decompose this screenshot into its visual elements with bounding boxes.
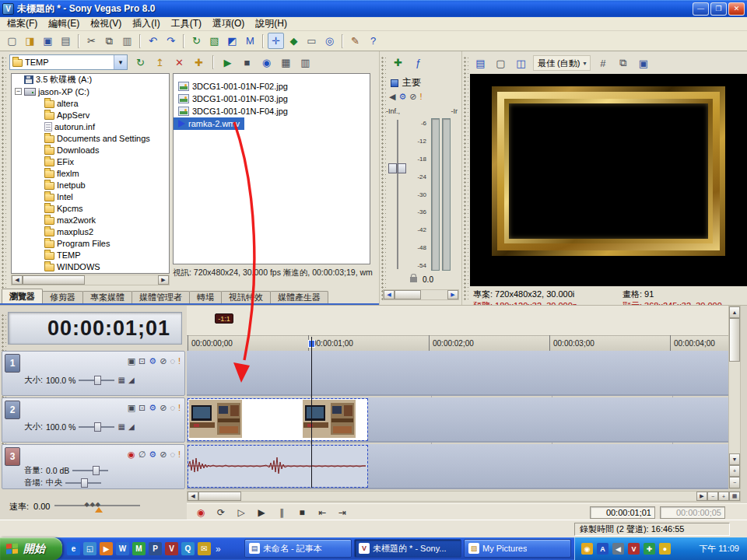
volume-slider[interactable] xyxy=(72,466,108,475)
track-level-slider[interactable] xyxy=(79,422,114,432)
scroll-right-icon[interactable]: ▶ xyxy=(696,492,707,501)
delete-icon[interactable]: ✕ xyxy=(171,54,188,71)
play-from-start-button[interactable]: ▷ xyxy=(232,506,251,520)
taskbar-clock[interactable]: 下午 11:09 xyxy=(699,543,747,555)
transport-time-current[interactable]: 00:00:01;01 xyxy=(590,506,655,519)
dock-tab[interactable]: 媒體產生器 xyxy=(270,291,328,303)
tree-horizontal-scrollbar[interactable]: ◀ ▶ xyxy=(11,275,170,285)
stop-preview-icon[interactable]: ■ xyxy=(239,54,255,71)
edit-cursor[interactable] xyxy=(311,337,312,488)
grid-icon[interactable]: ▦ xyxy=(117,422,124,432)
redo-icon[interactable]: ↷ xyxy=(163,33,179,49)
solo-icon[interactable]: ! xyxy=(178,450,181,459)
mixer-icon[interactable]: M xyxy=(242,33,258,49)
master-bus-header[interactable]: 主要 xyxy=(391,76,421,89)
menu-item[interactable]: 編輯(E) xyxy=(43,17,85,30)
taskbar-task-vegas[interactable]: V 未標題的 * - Sony... xyxy=(354,539,461,558)
zoom-out-button[interactable]: − xyxy=(707,492,718,501)
envelope-edit-tool-icon[interactable]: ◆ xyxy=(286,33,302,49)
track-1-lane[interactable] xyxy=(187,351,728,396)
open-in-trimmer-icon[interactable]: ◩ xyxy=(224,33,240,49)
chevron-down-icon[interactable]: ▾ xyxy=(114,55,127,69)
quick-launch-media-player-icon[interactable]: ▶ xyxy=(100,542,113,555)
track-number[interactable]: 1 xyxy=(5,354,20,373)
menu-item[interactable]: 檔案(F) xyxy=(2,17,43,30)
rate-marker[interactable] xyxy=(95,507,103,513)
solo-icon[interactable]: ! xyxy=(178,356,181,366)
lock-icon[interactable] xyxy=(410,277,417,282)
tray-display-icon[interactable]: ◉ xyxy=(581,543,593,555)
dock-tab[interactable]: 修剪器 xyxy=(42,291,83,303)
dock-tab[interactable]: 瀏覽器 xyxy=(2,289,43,303)
track-header-3[interactable]: 3 ◉∅⚙⊘◌! 音量: 0.0 dB 音場: 中央 xyxy=(2,444,185,489)
solo-icon[interactable]: ! xyxy=(178,403,181,412)
tree-item[interactable]: Documents and Settings xyxy=(12,132,169,144)
insert-bus-icon[interactable]: ✚ xyxy=(390,54,406,71)
tree-item[interactable]: 3.5 軟碟機 (A:) xyxy=(12,74,169,86)
quick-launch-msn-icon[interactable]: M xyxy=(132,542,146,555)
scroll-thumb[interactable] xyxy=(23,275,85,285)
menu-item[interactable]: 工具(T) xyxy=(166,17,207,30)
transport-time-secondary[interactable]: 00:00:00;05 xyxy=(660,506,725,519)
start-button[interactable]: 開始 xyxy=(0,537,62,560)
zoom-tool-button[interactable]: ▦ xyxy=(729,492,740,501)
tree-item[interactable]: Inetpub xyxy=(12,179,169,191)
track-2-lane[interactable] xyxy=(187,397,728,443)
grid-icon[interactable]: ▦ xyxy=(117,376,124,385)
compositing-mode-icon[interactable]: ▣ xyxy=(128,403,135,412)
paste-icon[interactable]: ▥ xyxy=(119,33,135,49)
settings-gear-icon[interactable]: ⚙ xyxy=(398,92,406,102)
invert-phase-icon[interactable]: ∅ xyxy=(139,450,146,459)
tree-item[interactable]: autorun.inf xyxy=(12,121,169,132)
rate-value[interactable]: 0.00 xyxy=(33,502,50,511)
insert-assignable-fx-icon[interactable]: ƒ xyxy=(410,54,426,71)
tree-item[interactable]: WINDOWS xyxy=(12,261,169,272)
stop-button[interactable]: ■ xyxy=(293,506,311,520)
compositing-mode-icon[interactable]: ▣ xyxy=(128,356,135,366)
track-3-lane[interactable] xyxy=(187,444,728,489)
quick-launch-mail-icon[interactable]: ✉ xyxy=(198,542,211,555)
media-manager-icon[interactable]: ▥ xyxy=(297,54,314,71)
scroll-thumb[interactable] xyxy=(198,492,241,501)
automation-settings-icon[interactable]: ▧ xyxy=(206,33,223,49)
undo-icon[interactable]: ↶ xyxy=(145,33,161,49)
go-to-start-button[interactable]: ⇤ xyxy=(313,506,331,520)
audio-event[interactable] xyxy=(188,446,367,487)
mixer-scrollbar[interactable]: ◀ ▶ xyxy=(383,289,459,300)
mute-icon[interactable]: ◌ xyxy=(170,403,175,412)
dock-tab[interactable]: 視訊特效 xyxy=(221,291,271,303)
bypass-icon[interactable]: ⊘ xyxy=(160,403,167,412)
zoom-out-vertical-button[interactable]: − xyxy=(729,477,740,488)
mute-icon[interactable]: ⊘ xyxy=(409,92,416,102)
whats-this-help-icon[interactable]: ? xyxy=(365,33,381,49)
new-project-icon[interactable]: ▢ xyxy=(4,33,20,49)
tray-update-icon[interactable]: ● xyxy=(659,543,671,555)
speaker-icon[interactable]: ◀ xyxy=(389,92,395,102)
overlay-grid-icon[interactable]: # xyxy=(594,55,611,72)
clip-indicator-icon[interactable]: ! xyxy=(420,92,423,102)
file-item[interactable]: ramka-2.wmv xyxy=(174,117,244,130)
menu-item[interactable]: 插入(I) xyxy=(127,17,165,30)
interactive-tutorials-icon[interactable]: ✎ xyxy=(347,33,363,49)
dock-grip[interactable] xyxy=(1,56,6,300)
quick-launch-photoshop-icon[interactable]: P xyxy=(149,542,162,555)
mute-icon[interactable]: ◌ xyxy=(170,450,175,459)
fader-handle-right[interactable] xyxy=(398,163,406,173)
create-loop-region-icon[interactable]: ↻ xyxy=(188,33,205,49)
zoom-in-vertical-button[interactable]: + xyxy=(729,465,740,477)
track-size-value[interactable]: 100.0 % xyxy=(46,422,76,432)
minimize-button[interactable]: — xyxy=(693,2,709,16)
time-ruler[interactable]: -1:1 00:00:00;0000:00:01;0000:00:02;0000… xyxy=(187,306,728,351)
tree-item[interactable]: Kpcms xyxy=(12,202,169,214)
fade-icon[interactable]: ◢ xyxy=(128,376,135,385)
scroll-thumb[interactable] xyxy=(729,318,740,362)
split-screen-view-icon[interactable]: ◫ xyxy=(513,55,529,72)
menu-item[interactable]: 檢視(V) xyxy=(85,17,127,30)
track-level-slider[interactable] xyxy=(79,376,114,385)
scroll-right-icon[interactable]: ▶ xyxy=(447,290,458,299)
tree-item[interactable]: TEMP xyxy=(12,249,169,261)
taskbar-task-mypictures[interactable]: ▨ My Pictures xyxy=(464,539,571,558)
scroll-right-icon[interactable]: ▶ xyxy=(158,275,169,285)
tray-ime-icon[interactable]: A xyxy=(597,543,608,555)
fader-handle-left[interactable] xyxy=(388,163,397,173)
